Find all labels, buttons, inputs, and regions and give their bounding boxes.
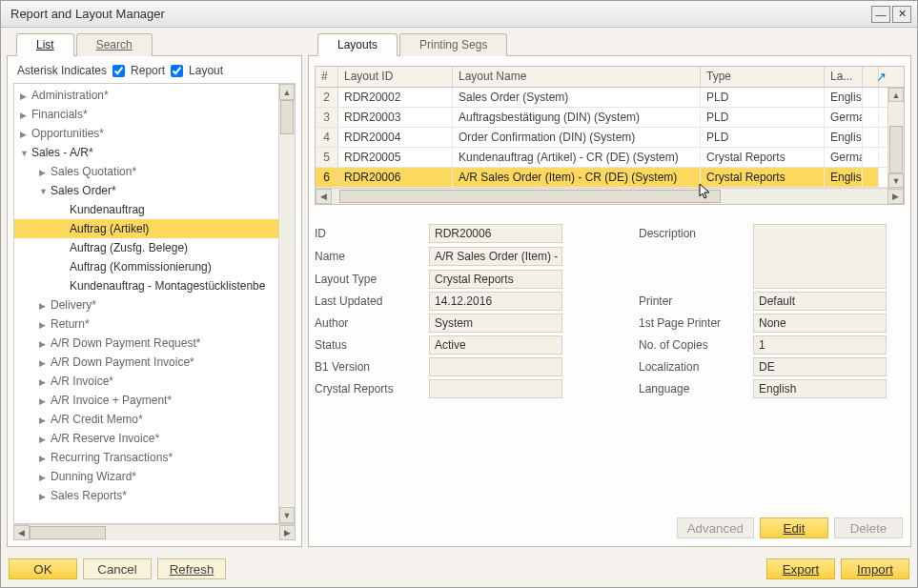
tree-item[interactable]: A/R Credit Memo*	[14, 410, 278, 429]
tree-item[interactable]: Financials*	[14, 105, 278, 124]
table-row[interactable]: 5RDR20005Kundenauftrag (Artikel) - CR (D…	[316, 148, 904, 168]
chevron-icon	[39, 300, 51, 311]
table-row[interactable]: 2RDR20002Sales Order (System)PLDEnglish	[316, 88, 904, 108]
grid-hscroll-thumb[interactable]	[339, 190, 721, 203]
tree-item[interactable]: A/R Invoice + Payment*	[14, 391, 278, 410]
grid-vscroll-track[interactable]	[888, 102, 904, 173]
tree-item[interactable]: Kundenauftrag	[14, 200, 278, 219]
scroll-left-arrow-icon[interactable]: ◀	[13, 525, 30, 540]
cell-type: PLD	[701, 88, 825, 107]
tree-item[interactable]: A/R Down Payment Request*	[14, 334, 278, 353]
tree-item[interactable]: Dunning Wizard*	[14, 467, 278, 486]
report-checkbox[interactable]	[112, 65, 125, 77]
chevron-icon	[39, 357, 51, 368]
cell-num: 2	[316, 88, 338, 107]
scroll-down-arrow-icon[interactable]: ▼	[279, 507, 295, 523]
grid-scroll-down-icon[interactable]: ▼	[888, 173, 904, 188]
crystal-reports-value	[429, 379, 562, 398]
tree-item[interactable]: Sales Order*	[14, 181, 278, 200]
tree-item[interactable]: Opportunities*	[14, 124, 278, 143]
col-header-type[interactable]: Type	[701, 67, 825, 87]
cell-num: 3	[316, 108, 338, 127]
tab-list[interactable]: List	[16, 33, 74, 56]
chevron-icon	[39, 434, 51, 444]
scroll-right-arrow-icon[interactable]: ▶	[279, 525, 296, 540]
scroll-thumb[interactable]	[280, 100, 294, 134]
cell-id: RDR20002	[338, 88, 453, 107]
tree-item[interactable]: Sales - A/R*	[14, 143, 278, 162]
tree-item-label: Return*	[51, 317, 90, 331]
nav-tree[interactable]: Administration*Financials*Opportunities*…	[14, 84, 278, 523]
grid-hscroll-track[interactable]	[332, 189, 887, 204]
footer-button-row: OK Cancel Refresh Export Import	[1, 553, 917, 587]
tree-item-label: Administration*	[31, 89, 109, 102]
export-button-label: Export	[783, 562, 820, 577]
refresh-button[interactable]: Refresh	[157, 558, 226, 579]
grid-scroll-up-icon[interactable]: ▲	[888, 88, 904, 102]
col-header-layout-name[interactable]: Layout Name	[453, 67, 701, 87]
tree-item-label: Sales Order*	[51, 184, 116, 197]
b1-version-label: B1 Version	[315, 360, 419, 374]
copies-label: No. of Copies	[639, 338, 744, 352]
minimize-button[interactable]: —	[871, 6, 890, 23]
col-header-layout-id[interactable]: Layout ID	[338, 67, 453, 87]
layout-checkbox-label: Layout	[189, 64, 223, 77]
grid-vertical-scrollbar[interactable]: ▲ ▼	[887, 88, 904, 188]
tab-printing-segs[interactable]: Printing Segs	[399, 33, 507, 56]
ok-button[interactable]: OK	[9, 558, 77, 579]
grid-scroll-left-icon[interactable]: ◀	[316, 189, 332, 204]
tab-search[interactable]: Search	[76, 33, 153, 56]
left-panel: List Search Asterisk Indicates Report La…	[7, 33, 302, 547]
content-area: List Search Asterisk Indicates Report La…	[1, 28, 917, 553]
tree-item[interactable]: Delivery*	[14, 295, 278, 314]
chevron-icon	[20, 129, 31, 139]
cell-id: RDR20004	[338, 128, 453, 147]
expand-grid-icon[interactable]: ↗	[876, 70, 887, 84]
cell-scroll-spacer	[863, 168, 879, 187]
table-row[interactable]: 3RDR20003Auftragsbestätigung (DIN) (Syst…	[316, 108, 904, 128]
grid-vscroll-thumb[interactable]	[889, 126, 903, 173]
tab-layouts[interactable]: Layouts	[317, 33, 398, 56]
tree-item[interactable]: Sales Quotation*	[14, 162, 278, 181]
tree-horizontal-scrollbar[interactable]: ◀ ▶	[13, 524, 296, 540]
tree-item-label: Sales Reports*	[51, 489, 127, 502]
tree-item[interactable]: Administration*	[14, 86, 278, 105]
table-row[interactable]: 4RDR20004Order Confirmation (DIN) (Syste…	[316, 128, 904, 148]
layouts-grid: ↗ # Layout ID Layout Name Type La... 2RD…	[315, 66, 905, 205]
close-button[interactable]: ✕	[892, 6, 911, 23]
last-updated-value: 14.12.2016	[429, 292, 562, 311]
hscroll-thumb[interactable]	[30, 526, 106, 539]
id-label: ID	[315, 227, 419, 240]
hscroll-track[interactable]	[30, 525, 279, 540]
table-row[interactable]: 6RDR20006A/R Sales Order (Item) - CR (DE…	[316, 168, 904, 188]
tree-item[interactable]: A/R Invoice*	[14, 372, 278, 391]
edit-button[interactable]: Edit	[760, 517, 828, 538]
tree-item[interactable]: Recurring Transactions*	[14, 448, 278, 467]
export-button[interactable]: Export	[766, 558, 835, 579]
description-label: Description	[639, 227, 744, 240]
tree-vertical-scrollbar[interactable]: ▲ ▼	[278, 84, 295, 523]
tree-item-label: Recurring Transactions*	[51, 451, 173, 464]
tree-item[interactable]: Sales Reports*	[14, 486, 278, 505]
cancel-button[interactable]: Cancel	[83, 558, 152, 579]
tree-item[interactable]: A/R Reserve Invoice*	[14, 429, 278, 448]
import-button[interactable]: Import	[841, 558, 909, 579]
col-header-index[interactable]: #	[316, 67, 338, 87]
window-title: Report and Layout Manager	[10, 7, 869, 21]
left-panel-body: Asterisk Indicates Report Layout Adminis…	[7, 56, 302, 547]
grid-scroll-right-icon[interactable]: ▶	[887, 189, 904, 204]
col-header-language[interactable]: La...	[825, 67, 863, 87]
tree-item[interactable]: Auftrag (Zusfg. Belege)	[14, 238, 278, 257]
tree-item-label: Dunning Wizard*	[51, 470, 136, 483]
tree-item[interactable]: A/R Down Payment Invoice*	[14, 353, 278, 372]
tree-item[interactable]: Auftrag (Kommissionierung)	[14, 257, 278, 276]
grid-horizontal-scrollbar[interactable]: ◀ ▶	[316, 188, 904, 204]
layout-checkbox[interactable]	[171, 65, 183, 77]
tree-item[interactable]: Auftrag (Artikel)	[14, 219, 278, 238]
cell-num: 6	[316, 168, 338, 187]
chevron-icon	[39, 167, 51, 177]
tree-item[interactable]: Return*	[14, 314, 278, 334]
tree-item[interactable]: Kundenauftrag - Montagestücklistenbe	[14, 276, 278, 295]
tree-item-label: Sales - A/R*	[31, 146, 93, 159]
scroll-up-arrow-icon[interactable]: ▲	[279, 84, 295, 100]
